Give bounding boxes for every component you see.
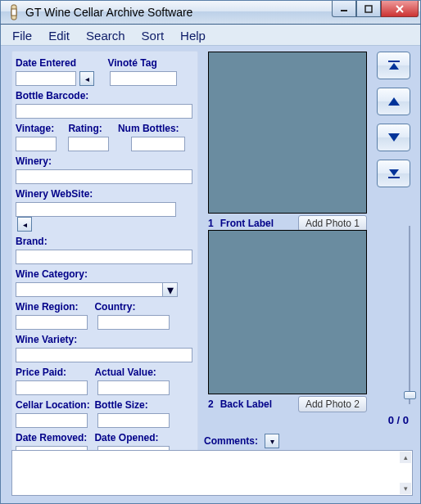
vintage-field[interactable] (16, 137, 57, 151)
wine-variety-label: Wine Variety: (16, 334, 77, 345)
country-label: Country: (94, 301, 135, 313)
menu-sort[interactable]: Sort (134, 27, 173, 44)
date-removed-label: Date Removed: (16, 432, 91, 443)
wine-variety-field[interactable] (16, 348, 192, 362)
back-label-number: 2 (208, 398, 214, 410)
actual-value-field[interactable] (97, 380, 170, 395)
next-record-button[interactable] (377, 124, 410, 151)
slider-thumb[interactable] (404, 391, 416, 399)
window-title: GT Wine Cellar Archive Software (25, 6, 192, 19)
front-label-caption: 1 Front Label Add Photo 1 (208, 215, 367, 232)
first-record-button[interactable] (377, 52, 410, 79)
menu-help[interactable]: Help (172, 27, 214, 44)
comments-dropdown-button[interactable]: ▾ (265, 434, 279, 448)
date-opened-label: Date Opened: (94, 432, 158, 443)
website-go-button[interactable]: ◂ (17, 217, 32, 232)
svg-rect-3 (365, 6, 372, 12)
back-label-caption: 2 Back Label Add Photo 2 (208, 396, 367, 412)
add-photo-2-button[interactable]: Add Photo 2 (298, 396, 367, 412)
winery-website-label: Winery WebSite: (16, 188, 93, 200)
svg-marker-8 (388, 97, 400, 106)
winery-website-field[interactable] (16, 202, 176, 217)
brand-label: Brand: (16, 236, 48, 247)
app-icon (7, 4, 20, 20)
maximize-button[interactable] (356, 1, 381, 17)
front-label-text: Front Label (220, 218, 274, 229)
date-entered-label: Date Entered (16, 57, 76, 69)
winery-label: Winery: (16, 155, 52, 167)
slider-track (409, 226, 410, 404)
cellar-location-field[interactable] (16, 413, 88, 428)
front-label-photo[interactable] (208, 52, 367, 214)
minimize-button[interactable] (332, 1, 356, 17)
menu-bar: File Edit Search Sort Help (0, 25, 421, 46)
back-label-text: Back Label (220, 398, 272, 410)
menu-file[interactable]: File (4, 27, 40, 44)
content-area: Date Entered Vinoté Tag ◂ Bottle Barcode… (0, 46, 421, 504)
record-nav (377, 52, 410, 196)
menu-edit[interactable]: Edit (40, 27, 78, 44)
menu-search[interactable]: Search (78, 27, 134, 44)
wine-category-label: Wine Category: (16, 268, 88, 280)
last-record-button[interactable] (377, 160, 410, 187)
country-field[interactable] (97, 315, 170, 330)
wine-category-field[interactable] (16, 282, 163, 297)
close-button[interactable] (381, 1, 419, 17)
comments-field[interactable]: ▴ ▾ (11, 450, 413, 496)
wine-category-dropdown[interactable]: ▾ (163, 282, 178, 297)
svg-marker-10 (389, 169, 399, 176)
vinote-tag-label: Vinoté Tag (107, 57, 156, 69)
winery-field[interactable] (16, 169, 192, 184)
price-paid-field[interactable] (16, 380, 88, 395)
prev-record-button[interactable] (377, 88, 410, 115)
vertical-slider[interactable] (402, 226, 417, 404)
svg-marker-9 (388, 133, 400, 142)
form-panel: Date Entered Vinoté Tag ◂ Bottle Barcode… (11, 51, 198, 468)
bottle-size-label: Bottle Size: (94, 399, 147, 411)
back-label-photo[interactable] (208, 230, 367, 394)
title-bar: GT Wine Cellar Archive Software (0, 0, 421, 25)
scroll-up-icon[interactable]: ▴ (400, 452, 411, 463)
window-controls (332, 1, 419, 17)
bottle-size-field[interactable] (97, 413, 170, 428)
add-photo-1-button[interactable]: Add Photo 1 (298, 215, 367, 232)
rating-label: Rating: (68, 123, 114, 134)
front-label-number: 1 (208, 218, 214, 229)
comments-label: Comments: (204, 435, 258, 447)
num-bottles-label: Num Bottles: (118, 123, 179, 134)
cellar-location-label: Cellar Location: (16, 399, 91, 411)
date-picker-button[interactable]: ◂ (79, 71, 94, 86)
price-paid-label: Price Paid: (16, 367, 91, 378)
wine-region-label: Wine Region: (16, 301, 91, 313)
svg-marker-7 (389, 63, 399, 70)
brand-field[interactable] (16, 250, 192, 264)
bottle-barcode-label: Bottle Barcode: (16, 90, 88, 101)
vinote-tag-field[interactable] (110, 71, 177, 86)
vintage-label: Vintage: (16, 123, 61, 134)
date-entered-field[interactable] (16, 71, 76, 86)
num-bottles-field[interactable] (131, 137, 185, 151)
bottle-barcode-field[interactable] (16, 104, 192, 119)
rating-field[interactable] (68, 137, 109, 151)
svg-rect-1 (11, 9, 16, 16)
scroll-down-icon[interactable]: ▾ (400, 483, 411, 494)
wine-region-field[interactable] (16, 315, 88, 330)
record-counter: 0 / 0 (388, 414, 409, 426)
actual-value-label: Actual Value: (94, 367, 156, 378)
